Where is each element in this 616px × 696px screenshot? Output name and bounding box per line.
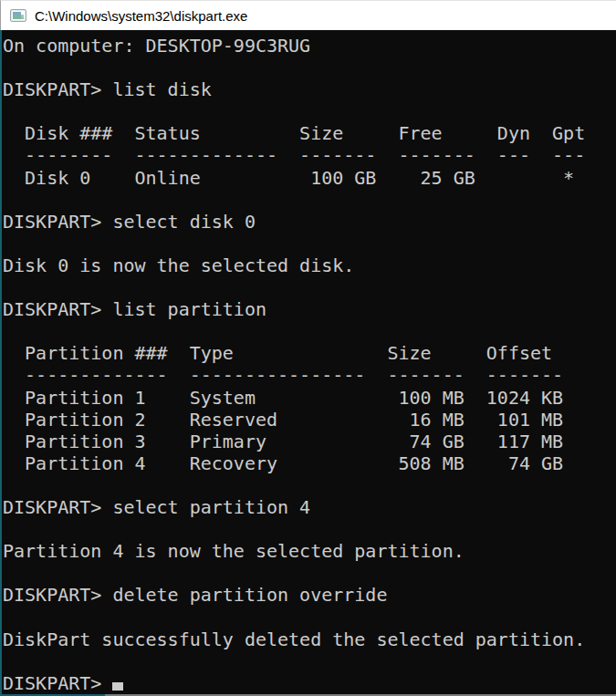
terminal-line: [3, 57, 616, 78]
terminal-line: Partition 1 System 100 MB 1024 KB: [3, 387, 616, 409]
terminal-line: Partition 3 Primary 74 GB 117 MB: [3, 431, 616, 452]
terminal-line: ------------- ---------------- ------- -…: [3, 364, 616, 386]
terminal-line: [3, 100, 616, 122]
terminal-line: [3, 233, 616, 255]
terminal-line: On computer: DESKTOP-99C3RUG: [3, 35, 616, 57]
terminal-line: [3, 189, 616, 211]
terminal-line: Disk 0 is now the selected disk.: [3, 255, 616, 276]
terminal-lines: On computer: DESKTOP-99C3RUGDISKPART> li…: [3, 35, 616, 672]
terminal-line: -------- ------------- ------- ------- -…: [3, 144, 616, 166]
terminal-line: DISKPART> select disk 0: [3, 211, 616, 233]
console-app-icon: [10, 9, 26, 22]
terminal-line: [3, 474, 616, 496]
terminal-line: [3, 276, 616, 298]
prompt-text: DISKPART>: [3, 672, 112, 694]
terminal-line: DiskPart successfully deleted the select…: [3, 628, 616, 650]
prompt-line: DISKPART>: [3, 672, 616, 694]
titlebar[interactable]: C:\Windows\system32\diskpart.exe: [0, 0, 616, 30]
console-output-area[interactable]: On computer: DESKTOP-99C3RUGDISKPART> li…: [0, 30, 616, 696]
terminal-line: Partition 4 Recovery 508 MB 74 GB: [3, 452, 616, 474]
terminal-line: DISKPART> list disk: [3, 78, 616, 100]
terminal-line: DISKPART> list partition: [3, 298, 616, 320]
terminal-line: [3, 518, 616, 540]
terminal-line: DISKPART> delete partition override: [3, 584, 616, 606]
terminal-line: [3, 562, 616, 584]
text-cursor: [112, 682, 123, 691]
terminal-line: [3, 650, 616, 672]
terminal-line: Partition 4 is now the selected partitio…: [3, 540, 616, 562]
terminal-line: [3, 606, 616, 628]
terminal-line: DISKPART> select partition 4: [3, 496, 616, 518]
terminal-line: [3, 320, 616, 342]
terminal-line: Disk 0 Online 100 GB 25 GB *: [3, 167, 616, 189]
window-title: C:\Windows\system32\diskpart.exe: [35, 8, 247, 24]
diskpart-console-window: C:\Windows\system32\diskpart.exe On comp…: [0, 0, 616, 696]
terminal-line: Partition ### Type Size Offset: [3, 342, 616, 364]
terminal-line: Partition 2 Reserved 16 MB 101 MB: [3, 409, 616, 431]
terminal-line: Disk ### Status Size Free Dyn Gpt: [3, 122, 616, 144]
